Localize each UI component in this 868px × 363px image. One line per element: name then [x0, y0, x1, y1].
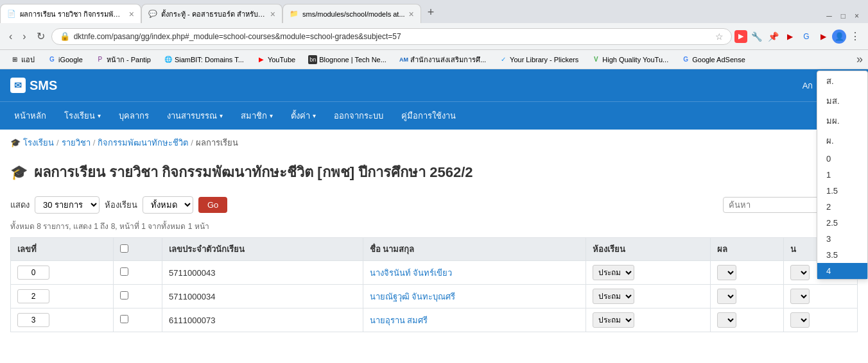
page-title: 🎓 ผลการเรียน รายวิชา กิจกรรมพัฒนาทักษะชี…: [10, 161, 858, 183]
bookmark-favicon-hqyt: V: [591, 55, 600, 64]
nav-school[interactable]: โรงเรียน ▾: [55, 103, 110, 129]
nav-home[interactable]: หน้าหลัก: [5, 103, 55, 129]
dd-item-3[interactable]: 3: [817, 231, 867, 247]
cell-score-2: [784, 308, 858, 332]
ext-icon-2[interactable]: 🔧: [749, 29, 764, 44]
bookmark-plickers[interactable]: ✓ Your Library - Plickers: [494, 54, 584, 65]
nav-settings[interactable]: ตั้งค่า ▾: [282, 103, 325, 129]
user-avatar[interactable]: 👤: [832, 30, 846, 44]
summary-text: ทั้งหมด 8 รายการ, แสดง 1 ถึง 8, หน้าที่ …: [0, 219, 868, 237]
bookmarks-bar: ⊞ แอป G iGoogle P หน้าก - Pantip 🌐 SiamB…: [0, 50, 868, 69]
dd-item-p[interactable]: ผ.: [817, 131, 867, 151]
score-select-0[interactable]: [790, 265, 810, 280]
dd-item-4[interactable]: 4: [817, 263, 867, 279]
room-select-2[interactable]: ประถม: [593, 312, 634, 328]
menu-icon[interactable]: ⋮: [847, 29, 863, 44]
nav-school-label: โรงเรียน: [64, 109, 95, 122]
cell-check-0: [113, 261, 162, 285]
tab-3[interactable]: 📁 sms/modules/school/models at... ×: [282, 4, 421, 23]
tab-close-3[interactable]: ×: [409, 9, 414, 19]
bookmarks-more-icon[interactable]: »: [856, 53, 863, 66]
breadcrumb-course[interactable]: กิจกรรมพัฒนาทักษะชีวิต: [98, 136, 188, 149]
nav-members[interactable]: สมาชิก ▾: [232, 103, 282, 129]
address-bar[interactable]: 🔒 dktnfe.com/pasang/gg/index.php#_module…: [51, 28, 732, 45]
restore-button[interactable]: □: [837, 9, 849, 23]
nav-manual[interactable]: คู่มือการใช้งาน: [392, 103, 465, 129]
bookmark-favicon-youtube: ▶: [257, 55, 266, 64]
bookmark-label-hqyt: High Quality YouTu...: [602, 56, 668, 63]
dd-item-2-5[interactable]: 2.5: [817, 215, 867, 231]
bookmark-star-icon[interactable]: ☆: [715, 31, 724, 42]
nav-logout[interactable]: ออกจากระบบ: [325, 103, 392, 129]
dd-item-1-5[interactable]: 1.5: [817, 183, 867, 199]
go-button[interactable]: Go: [198, 197, 227, 213]
no-input-0[interactable]: [17, 266, 49, 280]
nav-staff[interactable]: บุคลากร: [110, 103, 158, 129]
bookmark-obec[interactable]: AM สำนักงานส่งเสริมการศึ...: [394, 53, 491, 67]
bookmark-blognone[interactable]: bn Blognone | Tech Ne...: [303, 54, 392, 65]
cell-name-0[interactable]: นางจิรนันท์ จันทร์เขียว: [363, 261, 586, 285]
cell-name-1[interactable]: นายณัฐวุฒิ จันทะบุณศรี: [363, 285, 586, 308]
dd-item-mp[interactable]: มผ.: [817, 111, 867, 131]
result-select-0[interactable]: [717, 265, 736, 280]
row-checkbox-1[interactable]: [120, 291, 128, 300]
select-all-checkbox[interactable]: [120, 244, 128, 253]
browser-chrome: 📄 ผลการเรียน รายวิชา กิจกรรมพัฒนาทักษะ..…: [0, 0, 868, 69]
dd-item-2[interactable]: 2: [817, 199, 867, 215]
tab-bar: 📄 ผลการเรียน รายวิชา กิจกรรมพัฒนาทักษะ..…: [0, 0, 868, 23]
no-input-2[interactable]: [17, 313, 49, 327]
forward-button[interactable]: ›: [19, 28, 30, 45]
nav-documents[interactable]: งานสารบรรณ ▾: [158, 103, 232, 129]
dd-item-ms[interactable]: มส.: [817, 91, 867, 111]
bookmark-adsense[interactable]: G Google AdSense: [676, 54, 751, 65]
per-page-select[interactable]: 30 รายการ 50 รายการ: [35, 196, 100, 214]
th-no: เลขที่: [11, 238, 114, 261]
bookmark-apps[interactable]: ⊞ แอป: [5, 53, 40, 67]
reload-button[interactable]: ↻: [33, 28, 49, 45]
bookmark-hqyt[interactable]: V High Quality YouTu...: [586, 54, 673, 65]
grade-dropdown[interactable]: ส. มส. มผ. ผ. 0 1 1.5 2 2.5 3 3.5 4: [817, 71, 868, 280]
close-button[interactable]: ×: [851, 9, 863, 23]
result-select-2[interactable]: [717, 312, 736, 328]
font-size-button[interactable]: Aก: [803, 79, 813, 92]
ext-icon-4[interactable]: ▶: [782, 29, 797, 44]
ext-icon-1[interactable]: ▶: [734, 30, 747, 43]
ext-icon-5[interactable]: G: [799, 29, 814, 44]
dd-item-1[interactable]: 1: [817, 167, 867, 183]
tab-2[interactable]: 💬 ตั้งกระทู้ - คอสาธรบอร์ด สำหรับติดต่อ.…: [141, 4, 282, 23]
results-table: เลขที่ เลขประจำตัวนักเรียน ชื่อ นามสกุล …: [10, 237, 858, 332]
row-checkbox-2[interactable]: [120, 315, 128, 323]
new-tab-button[interactable]: +: [421, 2, 441, 23]
dd-item-0[interactable]: 0: [817, 151, 867, 167]
room-select-0[interactable]: ประถม: [593, 265, 634, 280]
bookmark-favicon-apps: ⊞: [10, 55, 19, 64]
score-select-1[interactable]: [790, 289, 810, 304]
nav-settings-label: ตั้งค่า: [291, 109, 310, 122]
breadcrumb: 🎓 โรงเรียน / รายวิชา / กิจกรรมพัฒนาทักษะ…: [0, 130, 868, 156]
bookmark-pantip[interactable]: P หน้าก - Pantip: [91, 53, 156, 67]
bookmark-label-youtube: YouTube: [268, 56, 295, 63]
result-select-1[interactable]: [717, 289, 736, 304]
ext-icon-3[interactable]: 📌: [765, 29, 781, 44]
dd-item-s[interactable]: ส.: [817, 71, 867, 91]
back-button[interactable]: ‹: [5, 28, 16, 45]
breadcrumb-subject[interactable]: รายวิชา: [62, 136, 91, 149]
bookmark-favicon-obec: AM: [399, 55, 408, 64]
breadcrumb-school[interactable]: โรงเรียน: [23, 136, 54, 149]
no-input-1[interactable]: [17, 289, 49, 303]
tab-close-1[interactable]: ×: [129, 9, 134, 19]
bookmark-youtube[interactable]: ▶ YouTube: [252, 54, 300, 65]
dd-item-3-5[interactable]: 3.5: [817, 247, 867, 263]
browser-toolbar: ‹ › ↻ 🔒 dktnfe.com/pasang/gg/index.php#_…: [0, 23, 868, 50]
ext-icon-6[interactable]: ▶: [815, 29, 831, 44]
bookmark-siambit[interactable]: 🌐 SiamBIT: Domains T...: [159, 54, 249, 65]
bookmark-igoogle[interactable]: G iGoogle: [42, 54, 88, 65]
room-select[interactable]: ทั้งหมด: [143, 196, 193, 214]
tab-close-2[interactable]: ×: [270, 9, 275, 19]
room-select-1[interactable]: ประถม: [593, 289, 634, 304]
minimize-button[interactable]: ─: [822, 9, 836, 23]
tab-active[interactable]: 📄 ผลการเรียน รายวิชา กิจกรรมพัฒนาทักษะ..…: [0, 4, 141, 23]
row-checkbox-0[interactable]: [120, 267, 128, 276]
score-select-2[interactable]: [790, 312, 810, 328]
cell-name-2[interactable]: นายอุราน สมศรี: [363, 308, 586, 332]
